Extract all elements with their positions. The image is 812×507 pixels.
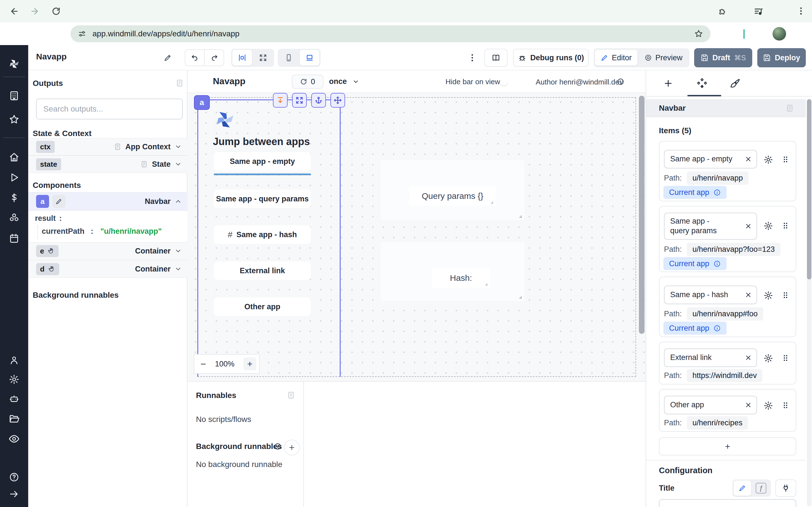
bookmark-star-icon[interactable] xyxy=(694,29,703,38)
run-mode-select[interactable]: once xyxy=(329,77,347,86)
extensions-icon[interactable] xyxy=(718,6,727,16)
site-settings-icon[interactable] xyxy=(78,30,86,38)
workers-icon[interactable] xyxy=(9,393,19,404)
back-icon[interactable] xyxy=(10,6,19,16)
function-mode-button[interactable]: ƒ xyxy=(752,481,770,496)
windmill-logo-icon[interactable] xyxy=(8,58,20,71)
search-outputs-input[interactable] xyxy=(36,99,183,119)
drag-handle-icon[interactable] xyxy=(781,155,790,164)
path-value[interactable]: u/henri/navapp xyxy=(687,172,749,185)
centered-layout-button[interactable] xyxy=(232,50,252,66)
info-icon[interactable] xyxy=(713,189,721,196)
info-icon[interactable] xyxy=(713,260,721,268)
folders-icon[interactable] xyxy=(8,413,20,424)
anchor-component-button[interactable] xyxy=(311,93,326,108)
url-bar[interactable]: app.windmill.dev/apps/edit/u/henri/navap… xyxy=(70,25,711,42)
docs-button[interactable] xyxy=(485,49,507,67)
query-params-text-box[interactable]: Query params {} xyxy=(409,186,496,206)
insert-below-button[interactable] xyxy=(273,93,288,108)
info-icon[interactable] xyxy=(617,78,624,86)
editor-tab[interactable]: Editor xyxy=(595,50,638,66)
state-id-chip[interactable]: state xyxy=(36,158,61,170)
component-settings-tab[interactable] xyxy=(696,78,708,89)
ctx-row[interactable]: ctx App Context xyxy=(28,138,188,156)
users-icon[interactable] xyxy=(9,355,19,365)
audit-eye-icon[interactable] xyxy=(8,433,20,445)
item-label-input[interactable]: Same app - hash xyxy=(664,286,757,304)
drag-handle-icon[interactable] xyxy=(781,401,790,410)
move-component-button[interactable] xyxy=(331,93,345,108)
container-d-chip[interactable]: d xyxy=(36,263,59,275)
doc-icon[interactable] xyxy=(785,104,794,112)
resize-handle-icon[interactable] xyxy=(515,292,523,300)
deploy-button[interactable]: Deploy xyxy=(757,48,806,67)
item-label-input[interactable]: Same app - query params xyxy=(664,213,757,240)
ctx-id-chip[interactable]: ctx xyxy=(36,141,55,153)
resize-handle-icon[interactable] xyxy=(515,212,523,219)
panel-scrollbar-thumb[interactable] xyxy=(807,99,811,279)
close-icon[interactable] xyxy=(745,156,752,163)
item-label-input[interactable]: Same app - empty xyxy=(664,150,757,168)
navbar-component-row[interactable]: a Navbar xyxy=(28,192,188,211)
debug-runs-button[interactable]: Debug runs (0) xyxy=(513,49,589,67)
browser-menu-icon[interactable] xyxy=(796,6,806,16)
canvas-scrollbar[interactable] xyxy=(639,96,645,334)
item-settings-icon[interactable] xyxy=(763,353,773,363)
container-d-row[interactable]: d Container xyxy=(28,260,188,278)
fullscreen-layout-button[interactable] xyxy=(253,50,273,66)
title-value-input[interactable] xyxy=(659,499,796,507)
doc-icon[interactable] xyxy=(287,391,295,399)
doc-icon[interactable] xyxy=(175,79,184,87)
nav-item-query-params[interactable]: Same app - query params xyxy=(214,189,311,208)
drag-handle-icon[interactable] xyxy=(781,221,790,230)
header-menu-icon[interactable] xyxy=(467,53,477,62)
item-label-input[interactable]: External link xyxy=(664,348,757,367)
currentpath-value[interactable]: "u/henri/navapp" xyxy=(100,227,162,236)
schedules-icon[interactable] xyxy=(9,233,19,244)
close-icon[interactable] xyxy=(745,291,752,298)
item-settings-icon[interactable] xyxy=(763,155,773,165)
zoom-out-button[interactable]: − xyxy=(200,358,206,370)
query-params-container[interactable]: Query params {} xyxy=(380,160,524,220)
forward-icon[interactable] xyxy=(30,6,40,16)
edit-component-icon[interactable] xyxy=(52,195,65,208)
path-value[interactable]: u/henri/navapp#foo xyxy=(687,307,763,321)
resources-icon[interactable] xyxy=(8,212,20,224)
path-value[interactable]: u/henri/recipes xyxy=(687,416,748,430)
close-icon[interactable] xyxy=(745,401,752,409)
desktop-view-button[interactable] xyxy=(300,50,319,66)
redo-icon[interactable] xyxy=(205,54,223,62)
drag-handle-icon[interactable] xyxy=(781,291,790,300)
help-icon[interactable] xyxy=(9,472,19,483)
draft-button[interactable]: Draft ⌘S xyxy=(694,48,752,67)
nav-item-other-app[interactable]: Other app xyxy=(214,297,311,316)
drag-handle-icon[interactable] xyxy=(781,353,790,362)
favorites-icon[interactable] xyxy=(8,114,20,125)
selected-component-badge[interactable]: a xyxy=(194,95,210,110)
close-icon[interactable] xyxy=(745,223,752,230)
result-key[interactable]: result xyxy=(35,214,56,223)
hash-container[interactable]: Hash: xyxy=(380,242,524,301)
item-settings-icon[interactable] xyxy=(763,221,773,231)
connect-plug-button[interactable] xyxy=(775,480,796,497)
url-text[interactable]: app.windmill.dev/apps/edit/u/henri/navap… xyxy=(93,29,239,38)
preview-tab[interactable]: Preview xyxy=(639,50,688,66)
rename-pencil-icon[interactable] xyxy=(163,54,172,62)
add-item-button[interactable]: + xyxy=(659,438,796,455)
mobile-view-button[interactable] xyxy=(279,50,299,66)
nav-item-same-app-empty[interactable]: Same app - empty xyxy=(214,152,311,171)
static-mode-button[interactable] xyxy=(733,481,751,496)
collapse-sidebar-icon[interactable] xyxy=(9,489,19,499)
component-id-badge[interactable]: a xyxy=(36,195,49,208)
state-row[interactable]: state State xyxy=(28,156,188,173)
container-e-row[interactable]: e Container xyxy=(28,242,188,260)
item-settings-icon[interactable] xyxy=(763,291,773,300)
resize-handle-icon[interactable] xyxy=(482,280,488,286)
reload-icon[interactable] xyxy=(51,6,61,16)
info-icon[interactable] xyxy=(274,443,282,450)
container-e-chip[interactable]: e xyxy=(36,245,59,257)
path-value[interactable]: u/henri/navapp?foo=123 xyxy=(687,243,780,256)
runs-icon[interactable] xyxy=(9,172,19,183)
undo-icon[interactable] xyxy=(185,50,205,66)
info-icon[interactable] xyxy=(713,325,721,332)
